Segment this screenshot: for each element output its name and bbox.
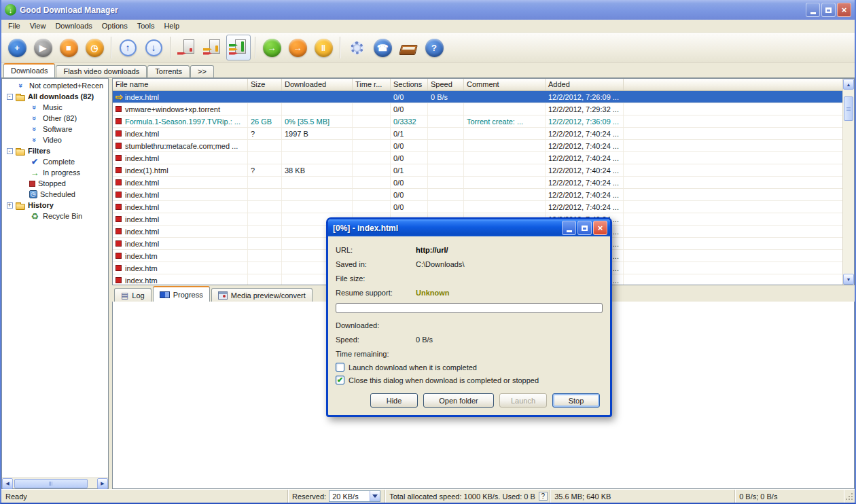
tree-item-music[interactable]: »Music <box>2 102 108 113</box>
scroll-track[interactable] <box>13 478 97 488</box>
table-row[interactable]: index.html0/012/2/2012, 7:40:24 ... <box>113 189 842 201</box>
minimize-button[interactable] <box>806 3 820 17</box>
maximize-button[interactable] <box>821 3 836 17</box>
menu-downloads[interactable]: Downloads <box>50 20 96 31</box>
scroll-right-button[interactable]: ▶ <box>97 478 108 489</box>
cell-sections: 0/0 <box>391 91 428 103</box>
start-button[interactable]: ▶ <box>31 35 55 60</box>
launch-button[interactable]: Launch <box>499 393 547 408</box>
resume-all-button[interactable]: → <box>260 35 284 60</box>
dialog-close-button[interactable]: × <box>593 221 607 235</box>
speed-limit-off-button[interactable] <box>226 35 251 60</box>
checkbox-checked-icon[interactable]: ✔ <box>336 376 344 384</box>
tree-item-in-progress[interactable]: →In progress <box>2 167 108 178</box>
help-button[interactable]: ? <box>422 35 446 60</box>
tree-item-all-downloads[interactable]: -All downloads (82) <box>2 91 108 102</box>
cell-size <box>248 140 282 151</box>
table-row[interactable]: index.html?1997 B0/112/2/2012, 7:40:24 .… <box>113 128 842 140</box>
speed-limit-low-button[interactable] <box>175 35 199 60</box>
dialog-minimize-button[interactable] <box>562 221 576 235</box>
scroll-thumb[interactable] <box>14 479 88 488</box>
tree-horizontal-scrollbar[interactable]: ◀ ▶ <box>2 478 108 488</box>
tree-item-other[interactable]: »Other (82) <box>2 113 108 124</box>
menu-tools[interactable]: Tools <box>132 20 160 31</box>
connection-button[interactable]: ☎ <box>370 35 395 60</box>
hide-button[interactable]: Hide <box>370 393 418 408</box>
tree-item-label: In progress <box>43 168 80 177</box>
tree-item-video[interactable]: »Video <box>2 134 108 145</box>
expander-plus-icon[interactable]: + <box>3 202 16 209</box>
tab-more[interactable]: >> <box>190 65 214 77</box>
close-button[interactable]: × <box>837 3 851 17</box>
checkbox-unchecked-icon[interactable] <box>336 363 344 372</box>
stop-all-button[interactable]: → <box>285 35 310 60</box>
expander-minus-icon[interactable]: - <box>3 148 16 154</box>
table-vertical-scrollbar[interactable]: ▲ ▼ <box>842 79 854 285</box>
reserved-label: Reserved: <box>292 492 326 501</box>
tab-downloads[interactable]: Downloads <box>3 63 55 77</box>
pause-all-button[interactable]: ‖ <box>311 35 336 60</box>
scheduler-button[interactable]: ◷ <box>82 35 107 60</box>
allocated-help-button[interactable]: ? <box>539 492 548 501</box>
tab-progress[interactable]: Progress <box>153 286 210 302</box>
manual-book-button[interactable] <box>396 35 421 60</box>
settings-gear-button[interactable] <box>344 35 369 60</box>
menu-options[interactable]: Options <box>97 20 132 31</box>
expander-box[interactable]: - <box>7 94 13 100</box>
table-row[interactable]: vmware+windows+xp.torrent0/012/2/2012, 7… <box>113 103 842 115</box>
table-row[interactable]: index.html0/012/2/2012, 7:40:24 ... <box>113 177 842 189</box>
menu-view[interactable]: View <box>25 20 51 31</box>
move-up-button[interactable]: ↑ <box>115 35 140 60</box>
add-download-button[interactable]: + <box>5 35 29 60</box>
tab-log[interactable]: ▤Log <box>114 288 151 302</box>
column-header-comment[interactable]: Comment <box>464 79 546 90</box>
expander-box[interactable]: - <box>7 148 13 154</box>
tree-item-not-completed[interactable]: »Not completed+Recen <box>2 80 108 91</box>
tree-item-stopped[interactable]: Stopped <box>2 178 108 189</box>
tree-item-complete[interactable]: ✔Complete <box>2 156 108 167</box>
scroll-up-button[interactable]: ▲ <box>843 79 854 90</box>
column-header-sections[interactable]: Sections <box>391 79 428 90</box>
close-dialog-option[interactable]: ✔ Close this dialog when download is com… <box>336 374 603 386</box>
tree-item-recycle-bin[interactable]: ♻Recycle Bin <box>2 211 108 221</box>
scroll-left-button[interactable]: ◀ <box>2 478 13 489</box>
table-row[interactable]: Formula.1-Season.1997.TVRip.: ...26 GB0%… <box>113 115 842 128</box>
reserved-speed-select[interactable]: 20 KB/s <box>329 490 380 502</box>
open-folder-button[interactable]: Open folder <box>423 393 494 408</box>
tree-item-software[interactable]: »Software <box>2 124 108 134</box>
dialog-title-bar[interactable]: [0%] - index.html × <box>328 219 610 236</box>
column-header-downloaded[interactable]: Downloaded <box>282 79 353 90</box>
speed-limit-medium-button[interactable] <box>200 35 225 60</box>
table-row[interactable]: index.html0/012/2/2012, 7:40:24 ... <box>113 152 842 164</box>
menu-file[interactable]: File <box>3 20 25 31</box>
table-row[interactable]: ⇨index.html0/00 B/s12/2/2012, 7:26:09 ..… <box>113 91 842 103</box>
dialog-maximize-button[interactable] <box>577 221 592 235</box>
scroll-track[interactable] <box>843 90 854 274</box>
title-bar[interactable]: ↓ Good Download Manager × <box>1 0 855 20</box>
resize-grip[interactable] <box>844 491 855 502</box>
launch-when-completed-option[interactable]: Launch download when it is completed <box>336 361 603 374</box>
table-row[interactable]: stumblethru:metacafe.com;med ...0/012/2/… <box>113 140 842 152</box>
scroll-thumb[interactable] <box>844 96 853 121</box>
expander-box[interactable]: + <box>7 202 13 209</box>
table-row[interactable]: index(1).html?38 KB0/112/2/2012, 7:40:24… <box>113 164 842 177</box>
column-header-file-name[interactable]: File name <box>113 79 248 90</box>
stop-button[interactable]: Stop <box>552 393 600 408</box>
stop-button[interactable]: ■ <box>56 35 81 60</box>
column-header-added[interactable]: Added <box>546 79 624 90</box>
column-header-speed[interactable]: Speed <box>428 79 464 90</box>
scroll-down-button[interactable]: ▼ <box>843 274 854 285</box>
combo-arrow-button[interactable] <box>370 491 380 501</box>
tree-item-scheduled[interactable]: ◷Scheduled <box>2 189 108 200</box>
tab-media-preview-convert[interactable]: Media preview/convert <box>211 288 313 302</box>
tree-item-filters[interactable]: -Filters <box>2 145 108 156</box>
expander-minus-icon[interactable]: - <box>3 94 16 100</box>
menu-help[interactable]: Help <box>159 20 184 31</box>
table-row[interactable]: index.html0/012/2/2012, 7:40:24 ... <box>113 201 842 213</box>
column-header-time-remaining[interactable]: Time r... <box>353 79 391 90</box>
move-down-button[interactable]: ↓ <box>141 35 166 60</box>
tab-torrents[interactable]: Torrents <box>147 65 190 77</box>
tab-flash-video-downloads[interactable]: Flash video downloads <box>56 65 147 77</box>
column-header-size[interactable]: Size <box>248 79 282 90</box>
tree-item-history[interactable]: +History <box>2 200 108 211</box>
